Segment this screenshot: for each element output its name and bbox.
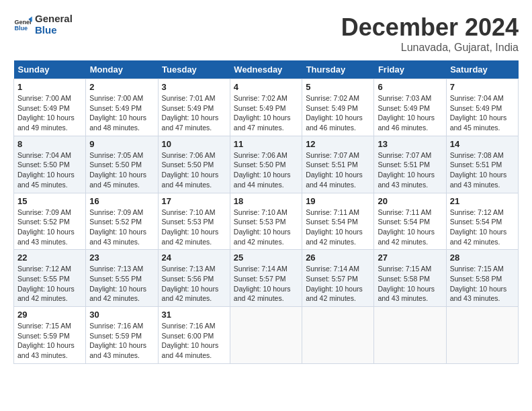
calendar-cell (230, 307, 302, 364)
logo-line1: General (35, 13, 73, 25)
cell-info: Sunrise: 7:14 AMSunset: 5:57 PMDaylight:… (234, 264, 298, 304)
day-number: 26 (306, 253, 370, 263)
calendar-cell: 7 Sunrise: 7:04 AMSunset: 5:49 PMDayligh… (446, 79, 518, 136)
cell-info: Sunrise: 7:02 AMSunset: 5:49 PMDaylight:… (306, 93, 370, 133)
day-number: 29 (17, 310, 82, 320)
cell-info: Sunrise: 7:14 AMSunset: 5:57 PMDaylight:… (306, 264, 370, 304)
calendar-cell: 24 Sunrise: 7:13 AMSunset: 5:56 PMDaylig… (158, 250, 230, 307)
calendar-week-row: 1 Sunrise: 7:00 AMSunset: 5:49 PMDayligh… (14, 79, 519, 136)
cell-info: Sunrise: 7:13 AMSunset: 5:55 PMDaylight:… (89, 264, 154, 304)
weekday-header: Monday (86, 60, 158, 79)
weekday-header: Tuesday (158, 60, 230, 79)
calendar-cell: 31 Sunrise: 7:16 AMSunset: 6:00 PMDaylig… (158, 307, 230, 364)
calendar-week-row: 22 Sunrise: 7:12 AMSunset: 5:55 PMDaylig… (14, 250, 519, 307)
cell-info: Sunrise: 7:10 AMSunset: 5:53 PMDaylight:… (234, 208, 298, 247)
day-number: 8 (17, 139, 82, 149)
calendar-cell: 8 Sunrise: 7:04 AMSunset: 5:50 PMDayligh… (14, 136, 86, 193)
calendar-cell: 12 Sunrise: 7:07 AMSunset: 5:51 PMDaylig… (302, 136, 374, 193)
calendar-cell: 22 Sunrise: 7:12 AMSunset: 5:55 PMDaylig… (14, 250, 86, 307)
calendar-cell: 27 Sunrise: 7:15 AMSunset: 5:58 PMDaylig… (374, 250, 446, 307)
day-number: 10 (162, 139, 226, 149)
cell-info: Sunrise: 7:03 AMSunset: 5:49 PMDaylight:… (378, 93, 442, 133)
weekday-header: Sunday (14, 60, 86, 79)
cell-info: Sunrise: 7:15 AMSunset: 5:58 PMDaylight:… (450, 264, 515, 304)
title-block: December 2024 Lunavada, Gujarat, India (341, 13, 519, 54)
day-number: 7 (450, 82, 515, 92)
cell-info: Sunrise: 7:11 AMSunset: 5:54 PMDaylight:… (306, 208, 370, 247)
calendar-week-row: 15 Sunrise: 7:09 AMSunset: 5:52 PMDaylig… (14, 193, 519, 250)
day-number: 2 (89, 82, 154, 92)
calendar-cell: 23 Sunrise: 7:13 AMSunset: 5:55 PMDaylig… (86, 250, 158, 307)
cell-info: Sunrise: 7:04 AMSunset: 5:50 PMDaylight:… (17, 150, 82, 190)
calendar-cell: 15 Sunrise: 7:09 AMSunset: 5:52 PMDaylig… (14, 193, 86, 250)
cell-info: Sunrise: 7:07 AMSunset: 5:51 PMDaylight:… (378, 150, 442, 190)
day-number: 3 (162, 82, 226, 92)
cell-info: Sunrise: 7:12 AMSunset: 5:54 PMDaylight:… (450, 208, 515, 247)
calendar-cell (374, 307, 446, 364)
calendar-cell: 1 Sunrise: 7:00 AMSunset: 5:49 PMDayligh… (14, 79, 86, 136)
calendar-cell: 18 Sunrise: 7:10 AMSunset: 5:53 PMDaylig… (230, 193, 302, 250)
calendar-body: 1 Sunrise: 7:00 AMSunset: 5:49 PMDayligh… (14, 79, 519, 364)
cell-info: Sunrise: 7:00 AMSunset: 5:49 PMDaylight:… (17, 93, 82, 133)
day-number: 19 (306, 196, 370, 206)
calendar-cell: 4 Sunrise: 7:02 AMSunset: 5:49 PMDayligh… (230, 79, 302, 136)
day-number: 14 (450, 139, 515, 149)
day-number: 30 (89, 310, 154, 320)
calendar-cell: 5 Sunrise: 7:02 AMSunset: 5:49 PMDayligh… (302, 79, 374, 136)
calendar-cell (302, 307, 374, 364)
day-number: 1 (17, 82, 82, 92)
cell-info: Sunrise: 7:06 AMSunset: 5:50 PMDaylight:… (162, 150, 226, 190)
calendar-cell: 30 Sunrise: 7:16 AMSunset: 5:59 PMDaylig… (86, 307, 158, 364)
day-number: 13 (378, 139, 442, 149)
calendar-cell: 9 Sunrise: 7:05 AMSunset: 5:50 PMDayligh… (86, 136, 158, 193)
day-number: 12 (306, 139, 370, 149)
cell-info: Sunrise: 7:15 AMSunset: 5:58 PMDaylight:… (378, 264, 442, 304)
day-number: 23 (89, 253, 154, 263)
cell-info: Sunrise: 7:11 AMSunset: 5:54 PMDaylight:… (378, 208, 442, 247)
calendar-cell: 28 Sunrise: 7:15 AMSunset: 5:58 PMDaylig… (446, 250, 518, 307)
calendar-week-row: 8 Sunrise: 7:04 AMSunset: 5:50 PMDayligh… (14, 136, 519, 193)
cell-info: Sunrise: 7:02 AMSunset: 5:49 PMDaylight:… (234, 93, 298, 133)
cell-info: Sunrise: 7:10 AMSunset: 5:53 PMDaylight:… (162, 208, 226, 247)
day-number: 28 (450, 253, 515, 263)
calendar-cell: 14 Sunrise: 7:08 AMSunset: 5:51 PMDaylig… (446, 136, 518, 193)
day-number: 5 (306, 82, 370, 92)
calendar-cell: 13 Sunrise: 7:07 AMSunset: 5:51 PMDaylig… (374, 136, 446, 193)
cell-info: Sunrise: 7:09 AMSunset: 5:52 PMDaylight:… (17, 208, 82, 247)
calendar-cell: 11 Sunrise: 7:06 AMSunset: 5:50 PMDaylig… (230, 136, 302, 193)
day-number: 15 (17, 196, 82, 206)
calendar-cell: 29 Sunrise: 7:15 AMSunset: 5:59 PMDaylig… (14, 307, 86, 364)
day-number: 25 (234, 253, 298, 263)
calendar-cell (446, 307, 518, 364)
day-number: 9 (89, 139, 154, 149)
calendar-header: SundayMondayTuesdayWednesdayThursdayFrid… (14, 60, 519, 79)
day-number: 17 (162, 196, 226, 206)
cell-info: Sunrise: 7:13 AMSunset: 5:56 PMDaylight:… (162, 264, 226, 304)
logo-icon: General Blue (13, 15, 32, 34)
weekday-header: Thursday (302, 60, 374, 79)
cell-info: Sunrise: 7:08 AMSunset: 5:51 PMDaylight:… (450, 150, 515, 190)
svg-text:Blue: Blue (14, 25, 28, 32)
weekday-header: Wednesday (230, 60, 302, 79)
cell-info: Sunrise: 7:05 AMSunset: 5:50 PMDaylight:… (89, 150, 154, 190)
logo-line2: Blue (35, 25, 73, 36)
calendar-cell: 20 Sunrise: 7:11 AMSunset: 5:54 PMDaylig… (374, 193, 446, 250)
weekday-header: Friday (374, 60, 446, 79)
day-number: 11 (234, 139, 298, 149)
cell-info: Sunrise: 7:01 AMSunset: 5:49 PMDaylight:… (162, 93, 226, 133)
calendar-cell: 10 Sunrise: 7:06 AMSunset: 5:50 PMDaylig… (158, 136, 230, 193)
day-number: 6 (378, 82, 442, 92)
day-number: 16 (89, 196, 154, 206)
calendar-cell: 25 Sunrise: 7:14 AMSunset: 5:57 PMDaylig… (230, 250, 302, 307)
weekday-header: Saturday (446, 60, 518, 79)
cell-info: Sunrise: 7:00 AMSunset: 5:49 PMDaylight:… (89, 93, 154, 133)
cell-info: Sunrise: 7:16 AMSunset: 6:00 PMDaylight:… (162, 321, 226, 361)
day-number: 27 (378, 253, 442, 263)
cell-info: Sunrise: 7:15 AMSunset: 5:59 PMDaylight:… (17, 321, 82, 361)
calendar-table: SundayMondayTuesdayWednesdayThursdayFrid… (13, 60, 519, 364)
day-number: 24 (162, 253, 226, 263)
month-title: December 2024 (341, 13, 519, 42)
day-number: 21 (450, 196, 515, 206)
calendar-cell: 2 Sunrise: 7:00 AMSunset: 5:49 PMDayligh… (86, 79, 158, 136)
day-number: 20 (378, 196, 442, 206)
